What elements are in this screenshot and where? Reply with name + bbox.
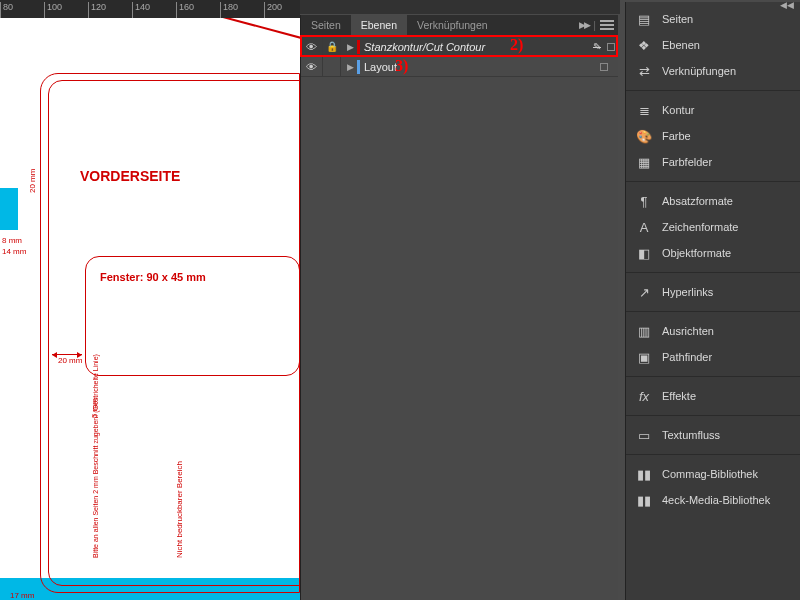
panel-top-strip	[300, 0, 620, 14]
object-styles-icon: ◧	[636, 245, 652, 261]
tab-verknuepfungen[interactable]: Verknüpfungen	[407, 15, 498, 36]
document-canvas[interactable]: VORDERSEITE Fenster: 90 x 45 mm 20 mm 8 …	[0, 18, 300, 600]
sidebar-item-label: 4eck-Media-Bibliothek	[662, 494, 770, 506]
sidebar-item-commag-lib[interactable]: ▮▮ Commag-Bibliothek	[626, 461, 800, 487]
sidebar-item-label: Farbfelder	[662, 156, 712, 168]
sidebar-item-label: Objektformate	[662, 247, 731, 259]
sidebar-item-label: Hyperlinks	[662, 286, 713, 298]
sidebar-item-label: Commag-Bibliothek	[662, 468, 758, 480]
swatches-icon: ▦	[636, 154, 652, 170]
sidebar-item-label: Absatzformate	[662, 195, 733, 207]
layers-icon: ❖	[636, 37, 652, 53]
pathfinder-icon: ▣	[636, 349, 652, 365]
lock-toggle-icon[interactable]: 🔒	[323, 37, 341, 56]
align-icon: ▥	[636, 323, 652, 339]
sidebar-item-farbe[interactable]: 🎨 Farbe	[626, 123, 800, 149]
ruler-tick: 100	[44, 2, 62, 18]
ruler-tick: 140	[132, 2, 150, 18]
sidebar-item-label: Effekte	[662, 390, 696, 402]
separator	[626, 311, 800, 312]
ruler-tick: 160	[176, 2, 194, 18]
disclosure-icon[interactable]: ▶	[341, 42, 357, 52]
separator	[626, 181, 800, 182]
layer-color-chip	[357, 60, 360, 74]
separator	[626, 376, 800, 377]
panel-tab-bar: Seiten Ebenen Verknüpfungen ▶▶ |	[301, 15, 618, 37]
sidebar-item-objektformate[interactable]: ◧ Objektformate	[626, 240, 800, 266]
separator	[626, 272, 800, 273]
note-label: Bitte an allen Seiten 2 mm Beschnitt zug…	[92, 354, 99, 558]
note-label: Nicht bedruckbarer Bereich	[175, 461, 184, 558]
tab-ebenen[interactable]: Ebenen	[351, 15, 407, 36]
layer-target-icon[interactable]	[600, 63, 608, 71]
layer-row-layout[interactable]: 👁 ▶ Layout	[301, 57, 618, 77]
sidebar-item-effekte[interactable]: fx Effekte	[626, 383, 800, 409]
dock-collapse-icon[interactable]: ◀◀	[780, 0, 794, 10]
horizontal-ruler: 80 100 120 140 160 180 200	[0, 0, 300, 18]
library-icon: ▮▮	[636, 492, 652, 508]
library-icon: ▮▮	[636, 466, 652, 482]
sidebar-item-label: Ausrichten	[662, 325, 714, 337]
sidebar-item-label: Pathfinder	[662, 351, 712, 363]
ruler-tick: 180	[220, 2, 238, 18]
dimension-label: 8 mm	[2, 236, 22, 245]
dimension-label: 17 mm	[10, 591, 34, 600]
layer-color-chip	[357, 40, 360, 54]
sidebar-item-label: Textumfluss	[662, 429, 720, 441]
ruler-tick: 80	[0, 2, 13, 18]
sidebar-item-kontur[interactable]: ≣ Kontur	[626, 97, 800, 123]
sidebar-item-zeichenformate[interactable]: A Zeichenformate	[626, 214, 800, 240]
window-dimension-label: Fenster: 90 x 45 mm	[100, 271, 206, 283]
cyan-region	[0, 188, 18, 230]
sidebar-item-pathfinder[interactable]: ▣ Pathfinder	[626, 344, 800, 370]
separator	[626, 415, 800, 416]
dimension-label: 20 mm	[58, 356, 82, 365]
collapse-icon[interactable]: ▶▶	[579, 20, 589, 30]
sidebar-item-4eck-lib[interactable]: ▮▮ 4eck-Media-Bibliothek	[626, 487, 800, 513]
sidebar-item-verknuepfungen[interactable]: ⇄ Verknüpfungen	[626, 58, 800, 84]
paragraph-styles-icon: ¶	[636, 193, 652, 209]
sidebar-item-label: Ebenen	[662, 39, 700, 51]
layer-target-icon[interactable]	[607, 43, 615, 51]
lock-toggle-icon[interactable]	[323, 57, 341, 76]
window-outline: Fenster: 90 x 45 mm	[85, 256, 300, 376]
fx-icon: fx	[636, 388, 652, 404]
layers-panel: Seiten Ebenen Verknüpfungen ▶▶ | 👁 🔒 ▶ S…	[300, 15, 618, 600]
disclosure-icon[interactable]: ▶	[341, 62, 357, 72]
sidebar-item-ausrichten[interactable]: ▥ Ausrichten	[626, 318, 800, 344]
links-icon: ⇄	[636, 63, 652, 79]
dimension-label: 20 mm	[28, 169, 37, 193]
layer-row-stanzkontur[interactable]: 👁 🔒 ▶ Stanzkontur/Cut Contour ✎	[301, 37, 618, 57]
sidebar-item-label: Verknüpfungen	[662, 65, 736, 77]
pages-icon: ▤	[636, 11, 652, 27]
dimension-arrow	[52, 354, 82, 355]
tab-seiten[interactable]: Seiten	[301, 15, 351, 36]
sidebar-item-absatzformate[interactable]: ¶ Absatzformate	[626, 188, 800, 214]
visibility-toggle-icon[interactable]: 👁	[301, 57, 323, 76]
pencil-struck-icon[interactable]: ✎	[593, 41, 601, 52]
annotation-number-2: 2)	[510, 36, 523, 54]
sidebar-item-hyperlinks[interactable]: ↗ Hyperlinks	[626, 279, 800, 305]
annotation-arrow	[83, 18, 300, 40]
textwrap-icon: ▭	[636, 427, 652, 443]
sidebar-item-ebenen[interactable]: ❖ Ebenen	[626, 32, 800, 58]
ruler-tick: 120	[88, 2, 106, 18]
sidebar-item-label: Kontur	[662, 104, 694, 116]
dimension-label: 14 mm	[2, 247, 26, 256]
sidebar-item-seiten[interactable]: ▤ Seiten	[626, 6, 800, 32]
layer-name-label[interactable]: Stanzkontur/Cut Contour	[364, 41, 590, 53]
visibility-toggle-icon[interactable]: 👁	[301, 37, 323, 56]
sidebar-item-label: Seiten	[662, 13, 693, 25]
sidebar-item-textumfluss[interactable]: ▭ Textumfluss	[626, 422, 800, 448]
separator	[626, 90, 800, 91]
right-panel-dock: ◀◀ ▤ Seiten ❖ Ebenen ⇄ Verknüpfungen ≣ K…	[625, 2, 800, 600]
annotation-number-3: 3)	[395, 57, 408, 75]
front-side-label: VORDERSEITE	[80, 168, 180, 184]
ruler-tick: 200	[264, 2, 282, 18]
sidebar-item-label: Zeichenformate	[662, 221, 738, 233]
stroke-icon: ≣	[636, 102, 652, 118]
sidebar-item-farbfelder[interactable]: ▦ Farbfelder	[626, 149, 800, 175]
char-styles-icon: A	[636, 219, 652, 235]
separator	[626, 454, 800, 455]
panel-menu-icon[interactable]	[600, 20, 614, 30]
